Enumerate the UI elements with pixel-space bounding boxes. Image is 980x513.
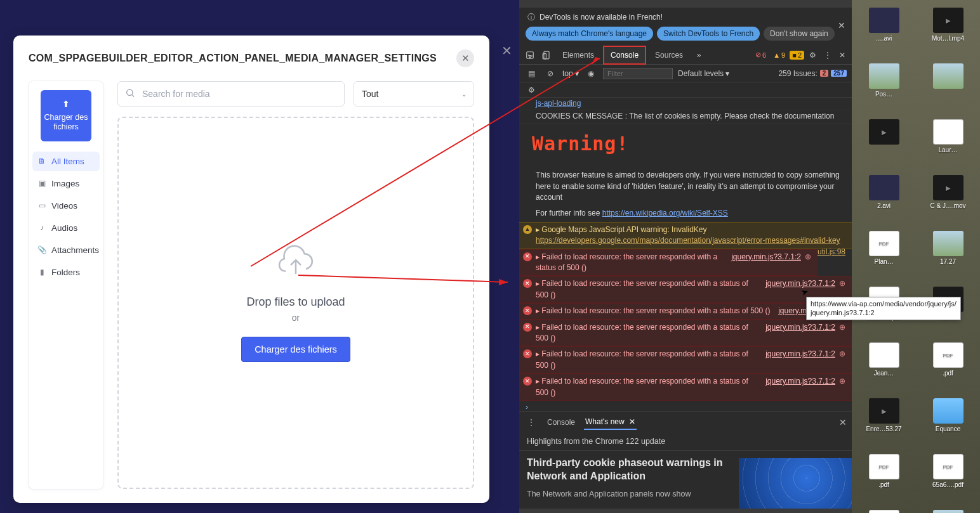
- network-icon[interactable]: ⊕: [805, 252, 811, 274]
- filter-select[interactable]: [354, 81, 474, 107]
- info-icon: ⓘ: [527, 13, 536, 22]
- console-link[interactable]: js-apl-loading: [536, 99, 581, 108]
- source-link[interactable]: jquery.min.js?3.7.1:2: [765, 376, 835, 398]
- console-settings-icon[interactable]: ⚙: [524, 83, 538, 97]
- chip-dont-show[interactable]: Don't show again: [764, 27, 835, 41]
- file-label: 65a6….pdf: [932, 481, 963, 488]
- error-icon: ✕: [523, 279, 532, 288]
- modal-close-button[interactable]: ✕: [456, 49, 474, 67]
- attachment-icon: 📎: [37, 245, 46, 254]
- network-icon[interactable]: ⊕: [839, 322, 845, 344]
- live-expression-icon[interactable]: ◉: [584, 67, 598, 81]
- link-tooltip: https://www.via-ap.com/media/vendor/jque…: [806, 297, 961, 320]
- log-levels-selector[interactable]: Default levels ▾: [678, 69, 729, 78]
- file-thumb: [933, 510, 963, 513]
- desktop-file[interactable]: Enre…53.27: [852, 397, 916, 453]
- tab-sources[interactable]: Sources: [649, 47, 689, 63]
- drawer-tab-console[interactable]: Console: [546, 415, 576, 429]
- drawer-headline: Third-party cookie phaseout warnings in …: [527, 456, 724, 483]
- search-input[interactable]: [117, 81, 345, 107]
- desktop-file[interactable]: 2.avi: [852, 174, 916, 230]
- inspect-icon[interactable]: [523, 48, 537, 62]
- desktop-file[interactable]: 65a6….pdf: [916, 453, 980, 509]
- desktop-file[interactable]: Fact…re.p…: [852, 509, 916, 513]
- issue-badge-1: 2: [820, 70, 829, 77]
- tab-elements[interactable]: Elements: [556, 47, 600, 63]
- desktop-file[interactable]: .pdf: [916, 341, 980, 397]
- desktop-file[interactable]: Mot…l.mp4: [916, 6, 980, 62]
- file-label: Jean…: [874, 370, 894, 377]
- svg-line-1: [132, 95, 134, 97]
- context-selector[interactable]: top ▾: [562, 69, 579, 78]
- close-tab-icon[interactable]: ✕: [629, 417, 635, 426]
- kebab-icon[interactable]: ⋮: [821, 51, 834, 60]
- console-filter-input[interactable]: [603, 68, 673, 79]
- console-prompt[interactable]: ›: [519, 401, 852, 412]
- desktop-file[interactable]: Laur…: [916, 118, 980, 174]
- network-icon[interactable]: ⊕: [839, 349, 845, 371]
- source-link[interactable]: jquery.min.js?3.7.1:2: [731, 252, 801, 274]
- drawer-close-button[interactable]: ✕: [839, 417, 847, 427]
- sidebar-toggle-icon[interactable]: ▤: [524, 67, 538, 81]
- chip-switch-french[interactable]: Switch DevTools to French: [657, 27, 760, 41]
- sidebar-item-label: Images: [51, 179, 79, 188]
- desktop-file[interactable]: Pos…: [852, 62, 916, 118]
- device-toggle-icon[interactable]: [540, 48, 553, 62]
- close-icon: ✕: [461, 53, 470, 64]
- desktop-file[interactable]: Jean…: [852, 341, 916, 397]
- file-label: 17.27: [940, 258, 956, 265]
- dropzone-upload-button[interactable]: Charger des fichiers: [241, 337, 350, 362]
- media-main: ⌄ Drop files to upload or Charger des fi…: [117, 81, 474, 489]
- banner-text: DevTools is now available in French!: [540, 13, 663, 22]
- console-output[interactable]: js-apl-loading COOKIES CK MESSAGE : The …: [519, 98, 852, 412]
- console-error-row: ✕▸ Failed to load resource: the server r…: [519, 320, 852, 347]
- error-summary-badges[interactable]: ⊘ 6 ▲ 9 ■ 2: [753, 50, 804, 60]
- desktop-file[interactable]: 17.27: [916, 230, 980, 285]
- more-tabs-icon[interactable]: »: [692, 48, 706, 62]
- file-thumb: [933, 231, 963, 256]
- desktop-file[interactable]: .pdf: [852, 453, 916, 509]
- search-wrapper: [117, 81, 345, 107]
- file-label: Pos…: [875, 91, 892, 98]
- self-xss-link[interactable]: https://en.wikipedia.org/wiki/Self-XSS: [602, 209, 728, 218]
- desktop-file[interactable]: [916, 62, 980, 118]
- desktop-file[interactable]: [916, 509, 980, 513]
- issues-summary[interactable]: 259 Issues: 2 257: [778, 69, 847, 78]
- sidebar-item-all[interactable]: 🗎 All Items: [32, 152, 100, 171]
- sidebar-item-images[interactable]: ▣ Images: [32, 174, 100, 193]
- console-warning-row: ▲ ▸ Google Maps JavaScript API warning: …: [519, 222, 852, 249]
- desktop-file[interactable]: Plan…: [852, 230, 916, 285]
- media-sidebar: ⬆ Charger des fichiers 🗎 All Items ▣ Ima…: [29, 81, 103, 489]
- file-thumb: [933, 454, 963, 479]
- clear-console-icon[interactable]: ⊘: [543, 67, 557, 81]
- drawer-tab-whatsnew[interactable]: What's new ✕: [584, 415, 637, 430]
- desktop-file[interactable]: Equance: [916, 397, 980, 453]
- desktop-file[interactable]: ….avi: [852, 6, 916, 62]
- chip-always-match[interactable]: Always match Chrome's language: [526, 27, 653, 41]
- tab-console[interactable]: Console: [603, 46, 646, 65]
- devtools-close-button[interactable]: ✕: [837, 51, 848, 60]
- desktop-file[interactable]: C & J….mov: [916, 174, 980, 230]
- sidebar-item-attachments[interactable]: 📎 Attachments: [32, 240, 100, 260]
- devtools-panel: ⓘ DevTools is now available in French! ✕…: [519, 8, 852, 509]
- source-link[interactable]: util.js:98: [818, 247, 845, 257]
- overlay-close-button[interactable]: ✕: [501, 43, 517, 58]
- sidebar-item-videos[interactable]: ▭ Videos: [32, 196, 100, 216]
- drawer-kebab-icon[interactable]: ⋮: [524, 415, 538, 429]
- source-link[interactable]: jquery.min.js?3.7.1:2: [765, 322, 835, 344]
- svg-point-0: [127, 89, 133, 95]
- console-warning-title: Warning!: [519, 124, 852, 168]
- sidebar-item-folders[interactable]: ▮ Folders: [32, 263, 100, 282]
- gmaps-doc-link[interactable]: https://developers.google.com/maps/docum…: [536, 236, 840, 245]
- file-thumb: [869, 8, 899, 33]
- source-link[interactable]: jquery.min.js?3.7.1:2: [765, 349, 835, 371]
- upload-dropzone[interactable]: Drop files to upload or Charger des fich…: [117, 117, 474, 489]
- desktop-file[interactable]: [852, 118, 916, 174]
- network-icon[interactable]: ⊕: [839, 376, 845, 398]
- sidebar-item-audios[interactable]: ♪ Audios: [32, 218, 100, 238]
- sidebar-item-label: Videos: [51, 201, 77, 211]
- gear-icon[interactable]: ⚙: [807, 51, 819, 60]
- info-count-badge: ■ 2: [790, 51, 804, 60]
- sidebar-upload-button[interactable]: ⬆ Charger des fichiers: [41, 90, 91, 141]
- banner-close-button[interactable]: ✕: [838, 20, 845, 30]
